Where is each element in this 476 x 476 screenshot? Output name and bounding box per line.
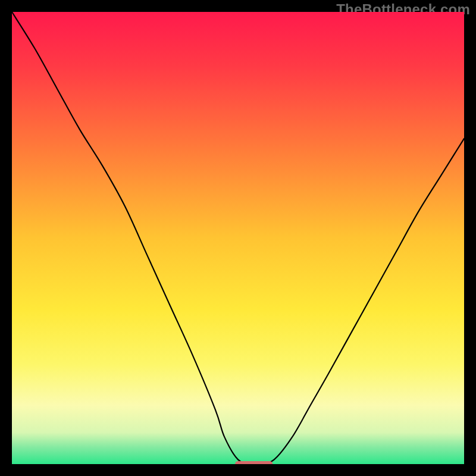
bottleneck-chart: [12, 12, 464, 464]
chart-background: [12, 12, 464, 464]
chart-frame: TheBottleneck.com: [0, 0, 476, 476]
